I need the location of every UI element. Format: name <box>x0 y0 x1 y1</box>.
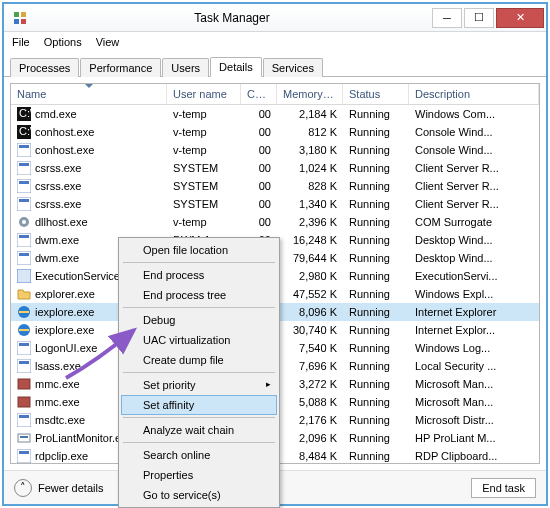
cell-cpu: 00 <box>241 162 277 174</box>
maximize-button[interactable]: ☐ <box>464 8 494 28</box>
process-icon <box>17 179 31 193</box>
ctx-set-affinity[interactable]: Set affinity <box>121 395 277 415</box>
process-name: explorer.exe <box>35 288 95 300</box>
cell-status: Running <box>343 234 409 246</box>
cell-cpu: 00 <box>241 108 277 120</box>
menu-options[interactable]: Options <box>44 36 82 48</box>
ctx-set-priority[interactable]: Set priority <box>121 375 277 395</box>
table-row[interactable]: C:\cmd.exev-temp002,184 KRunningWindows … <box>11 105 539 123</box>
cell-user: v-temp <box>167 144 241 156</box>
col-cpu[interactable]: CPU <box>241 84 277 104</box>
svg-rect-30 <box>18 397 30 407</box>
cell-memory: 7,696 K <box>277 360 343 372</box>
cell-memory: 2,176 K <box>277 414 343 426</box>
cell-description: HP ProLiant M... <box>409 432 539 444</box>
ctx-analyze-wait-chain[interactable]: Analyze wait chain <box>121 420 277 440</box>
separator <box>123 442 275 443</box>
menu-file[interactable]: File <box>12 36 30 48</box>
svg-rect-9 <box>19 145 29 148</box>
table-row[interactable]: csrss.exeSYSTEM001,340 KRunningClient Se… <box>11 195 539 213</box>
tab-details[interactable]: Details <box>210 57 262 77</box>
cell-memory: 5,088 K <box>277 396 343 408</box>
cell-status: Running <box>343 378 409 390</box>
cell-description: Desktop Wind... <box>409 252 539 264</box>
cell-cpu: 00 <box>241 216 277 228</box>
cell-memory: 1,024 K <box>277 162 343 174</box>
process-name: msdtc.exe <box>35 414 85 426</box>
col-memory[interactable]: Memory (p... <box>277 84 343 104</box>
col-description[interactable]: Description <box>409 84 539 104</box>
process-name: rdpclip.exe <box>35 450 88 462</box>
cell-status: Running <box>343 108 409 120</box>
cell-status: Running <box>343 450 409 462</box>
chevron-up-icon: ˄ <box>14 479 32 497</box>
process-name: iexplore.exe <box>35 306 94 318</box>
ctx-properties[interactable]: Properties <box>121 465 277 485</box>
cell-description: Desktop Wind... <box>409 234 539 246</box>
tab-users[interactable]: Users <box>162 58 209 77</box>
col-status[interactable]: Status <box>343 84 409 104</box>
cell-status: Running <box>343 126 409 138</box>
process-name: csrss.exe <box>35 162 81 174</box>
process-icon <box>17 143 31 157</box>
process-icon <box>17 449 31 463</box>
cell-memory: 2,980 K <box>277 270 343 282</box>
menu-bar: File Options View <box>4 32 546 52</box>
process-icon <box>17 233 31 247</box>
ctx-debug[interactable]: Debug <box>121 310 277 330</box>
cell-status: Running <box>343 216 409 228</box>
ctx-uac-virtualization[interactable]: UAC virtualization <box>121 330 277 350</box>
col-user[interactable]: User name <box>167 84 241 104</box>
svg-rect-0 <box>14 12 19 17</box>
app-icon <box>12 10 28 26</box>
ctx-end-process[interactable]: End process <box>121 265 277 285</box>
svg-rect-19 <box>19 235 29 238</box>
table-row[interactable]: C:\conhost.exev-temp00812 KRunningConsol… <box>11 123 539 141</box>
cell-user: SYSTEM <box>167 180 241 192</box>
cell-status: Running <box>343 270 409 282</box>
col-name[interactable]: Name <box>11 84 167 104</box>
ctx-go-to-services[interactable]: Go to service(s) <box>121 485 277 505</box>
table-row[interactable]: csrss.exeSYSTEM001,024 KRunningClient Se… <box>11 159 539 177</box>
title-bar[interactable]: Task Manager ─ ☐ ✕ <box>4 4 546 32</box>
process-name: LogonUI.exe <box>35 342 97 354</box>
process-name: mmc.exe <box>35 396 80 408</box>
cell-memory: 2,096 K <box>277 432 343 444</box>
grid-header: Name User name CPU Memory (p... Status D… <box>11 84 539 105</box>
cell-status: Running <box>343 198 409 210</box>
end-task-button[interactable]: End task <box>471 478 536 498</box>
minimize-button[interactable]: ─ <box>432 8 462 28</box>
svg-rect-36 <box>19 451 29 454</box>
process-name: mmc.exe <box>35 378 80 390</box>
process-name: iexplore.exe <box>35 324 94 336</box>
ctx-create-dump[interactable]: Create dump file <box>121 350 277 370</box>
tab-processes[interactable]: Processes <box>10 58 79 77</box>
table-row[interactable]: csrss.exeSYSTEM00828 KRunningClient Serv… <box>11 177 539 195</box>
process-name: cmd.exe <box>35 108 77 120</box>
tab-performance[interactable]: Performance <box>80 58 161 77</box>
cell-description: Console Wind... <box>409 144 539 156</box>
process-icon <box>17 287 31 301</box>
cell-description: Windows Log... <box>409 342 539 354</box>
cell-cpu: 00 <box>241 144 277 156</box>
ctx-end-process-tree[interactable]: End process tree <box>121 285 277 305</box>
table-row[interactable]: conhost.exev-temp003,180 KRunningConsole… <box>11 141 539 159</box>
cell-status: Running <box>343 306 409 318</box>
process-name: conhost.exe <box>35 126 94 138</box>
cell-memory: 47,552 K <box>277 288 343 300</box>
tab-services[interactable]: Services <box>263 58 323 77</box>
close-button[interactable]: ✕ <box>496 8 544 28</box>
tab-bar: Processes Performance Users Details Serv… <box>4 54 546 77</box>
cell-user: v-temp <box>167 126 241 138</box>
ctx-open-file-location[interactable]: Open file location <box>121 240 277 260</box>
menu-view[interactable]: View <box>96 36 120 48</box>
cell-description: Local Security ... <box>409 360 539 372</box>
fewer-details-button[interactable]: ˄ Fewer details <box>14 479 103 497</box>
table-row[interactable]: dllhost.exev-temp002,396 KRunningCOM Sur… <box>11 213 539 231</box>
process-name: csrss.exe <box>35 198 81 210</box>
ctx-search-online[interactable]: Search online <box>121 445 277 465</box>
cell-memory: 812 K <box>277 126 343 138</box>
cell-description: Internet Explor... <box>409 324 539 336</box>
cell-memory: 2,184 K <box>277 108 343 120</box>
cell-memory: 7,540 K <box>277 342 343 354</box>
